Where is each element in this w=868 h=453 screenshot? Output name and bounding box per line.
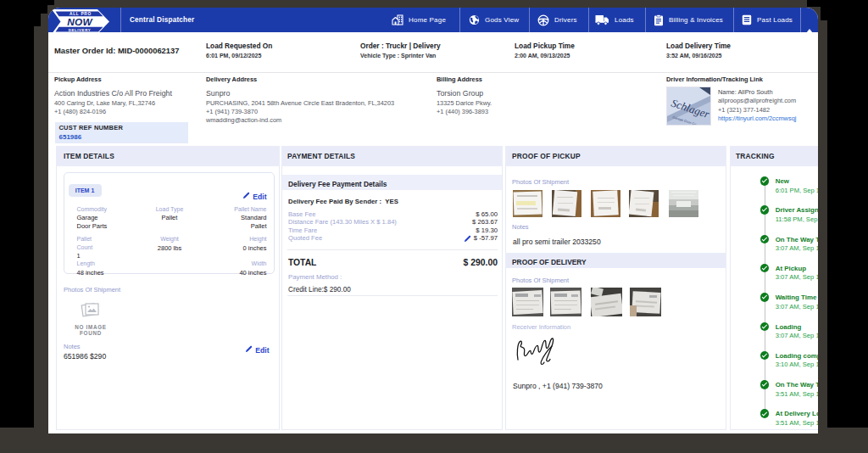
svg-text:DELIVERY: DELIVERY bbox=[69, 28, 92, 32]
svg-text:NOW: NOW bbox=[67, 16, 92, 28]
